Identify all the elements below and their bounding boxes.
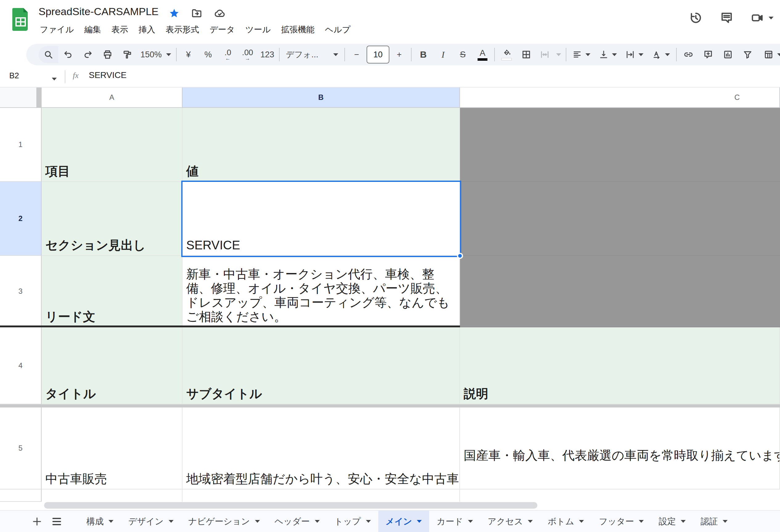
- select-all-corner[interactable]: [0, 88, 42, 108]
- cell-a2[interactable]: セクション見出し: [42, 182, 183, 256]
- freeze-column-handle[interactable]: [36, 88, 42, 108]
- strikethrough-button[interactable]: S: [453, 46, 473, 63]
- meet-video-icon[interactable]: [751, 11, 774, 25]
- menu-view[interactable]: 表示: [106, 22, 134, 37]
- decrease-decimal-button[interactable]: .0←: [218, 46, 238, 63]
- name-box[interactable]: B2: [9, 71, 19, 81]
- sheet-tab-main-active[interactable]: メイン: [378, 511, 430, 532]
- cell-a3[interactable]: リード文: [42, 256, 183, 327]
- row-header-3[interactable]: 3: [0, 256, 42, 327]
- cell-c1[interactable]: [460, 108, 780, 182]
- cell-b3[interactable]: 新車・中古車・オークション代行、車検、整備、修理、オイル・タイヤ交換、パーツ販売…: [183, 256, 460, 327]
- paint-format-icon[interactable]: [117, 46, 137, 63]
- insert-chart-icon[interactable]: [718, 46, 738, 63]
- cell-b1[interactable]: 値: [183, 108, 460, 182]
- sheet-tab-bottom[interactable]: ボトム: [540, 511, 591, 532]
- merge-cells-icon[interactable]: [536, 46, 553, 63]
- undo-icon[interactable]: [58, 46, 78, 63]
- cell-b4[interactable]: サブタイトル: [183, 327, 460, 404]
- fill-color-button[interactable]: [497, 46, 517, 63]
- column-header-a[interactable]: A: [42, 88, 183, 108]
- sheet-tab-kousei[interactable]: 構成: [79, 511, 121, 532]
- name-box-caret[interactable]: [52, 78, 57, 81]
- formula-bar-value[interactable]: SERVICE: [89, 70, 127, 80]
- cell-a4[interactable]: タイトル: [42, 327, 183, 404]
- menu-extensions[interactable]: 拡張機能: [276, 22, 320, 37]
- row-header-2[interactable]: 2: [0, 182, 42, 256]
- star-icon[interactable]: [169, 8, 180, 18]
- format-percent-button[interactable]: %: [198, 46, 218, 63]
- row-header-5[interactable]: 5: [0, 407, 42, 489]
- cell-b2-selected[interactable]: SERVICE: [183, 182, 460, 256]
- menu-tools[interactable]: ツール: [240, 22, 276, 37]
- redo-icon[interactable]: [78, 46, 98, 63]
- text-wrap-icon[interactable]: [621, 46, 648, 63]
- zoom-select[interactable]: 150%: [137, 46, 174, 63]
- formula-bar-divider: [65, 70, 65, 83]
- increase-font-size-button[interactable]: +: [389, 46, 409, 63]
- insert-comment-icon[interactable]: [698, 46, 718, 63]
- sheet-tab-design[interactable]: デザイン: [121, 511, 181, 532]
- horizontal-scrollbar[interactable]: [44, 502, 537, 509]
- cell-a1[interactable]: 項目: [42, 108, 183, 182]
- fill-handle[interactable]: [457, 253, 463, 259]
- move-to-folder-icon[interactable]: [191, 8, 202, 19]
- meet-dropdown-caret[interactable]: [769, 17, 774, 19]
- increase-decimal-button[interactable]: .00→: [238, 46, 257, 63]
- text-rotation-icon[interactable]: [648, 46, 674, 63]
- row-header-6[interactable]: [0, 489, 42, 502]
- menu-insert[interactable]: 挿入: [134, 22, 161, 37]
- comment-history-icon[interactable]: [720, 11, 733, 25]
- cell-b6[interactable]: [183, 489, 460, 502]
- cell-c5[interactable]: 国産車・輸入車、代表厳選の車両を常時取り揃えています: [460, 407, 780, 489]
- sheet-tab-footer[interactable]: フッター: [591, 511, 651, 532]
- text-color-button[interactable]: A: [473, 46, 492, 63]
- font-size-input[interactable]: 10: [367, 46, 389, 63]
- row-header-4[interactable]: 4: [0, 327, 42, 404]
- menu-format[interactable]: 表示形式: [161, 22, 204, 37]
- sheet-tab-auth[interactable]: 認証: [693, 511, 735, 532]
- format-currency-button[interactable]: ¥: [179, 46, 198, 63]
- decrease-font-size-button[interactable]: −: [347, 46, 367, 63]
- sheet-tab-navigation[interactable]: ナビゲーション: [181, 511, 267, 532]
- menu-file[interactable]: ファイル: [35, 22, 79, 37]
- cell-b5[interactable]: 地域密着型店舗だから叶う、安心・安全な中古車: [183, 407, 460, 489]
- horizontal-align-icon[interactable]: [568, 46, 595, 63]
- row-header-1[interactable]: 1: [0, 108, 42, 182]
- print-icon[interactable]: [98, 46, 117, 63]
- document-title[interactable]: SpreadSite-CARSAMPLE: [39, 6, 158, 17]
- add-sheet-icon[interactable]: [27, 511, 47, 532]
- font-select[interactable]: デフォ...: [282, 46, 343, 63]
- zoom-value: 150%: [140, 50, 161, 59]
- italic-button[interactable]: I: [433, 46, 453, 63]
- cell-c6[interactable]: [460, 489, 780, 502]
- all-sheets-icon[interactable]: [47, 511, 66, 532]
- menu-data[interactable]: データ: [204, 22, 240, 37]
- more-formats-button[interactable]: 123: [257, 46, 277, 63]
- insert-link-icon[interactable]: [679, 46, 698, 63]
- cell-a6[interactable]: [42, 489, 183, 502]
- search-icon[interactable]: [39, 46, 58, 63]
- sheet-tab-settings[interactable]: 設定: [651, 511, 693, 532]
- cell-a5[interactable]: 中古車販売: [42, 407, 183, 489]
- sheet-tab-header[interactable]: ヘッダー: [267, 511, 327, 532]
- sheet-tab-top[interactable]: トップ: [327, 511, 378, 532]
- cell-c4[interactable]: 説明: [460, 327, 780, 404]
- create-filter-icon[interactable]: [738, 46, 758, 63]
- cloud-saved-icon[interactable]: [214, 7, 226, 19]
- borders-icon[interactable]: [517, 46, 536, 63]
- column-header-b[interactable]: B: [183, 88, 460, 108]
- sheet-tab-access[interactable]: アクセス: [480, 511, 540, 532]
- table-views-icon[interactable]: [758, 46, 780, 63]
- sheets-logo-icon[interactable]: [12, 8, 29, 31]
- cell-c2[interactable]: [460, 182, 780, 256]
- menu-edit[interactable]: 編集: [79, 22, 106, 37]
- sheet-tab-card[interactable]: カード: [429, 511, 480, 532]
- freeze-row-divider[interactable]: [0, 404, 780, 407]
- column-header-c[interactable]: C: [460, 88, 780, 108]
- version-history-icon[interactable]: [689, 11, 702, 25]
- menu-help[interactable]: ヘルプ: [320, 22, 356, 37]
- bold-button[interactable]: B: [413, 46, 433, 63]
- vertical-align-icon[interactable]: [595, 46, 621, 63]
- cell-c3[interactable]: [460, 256, 780, 327]
